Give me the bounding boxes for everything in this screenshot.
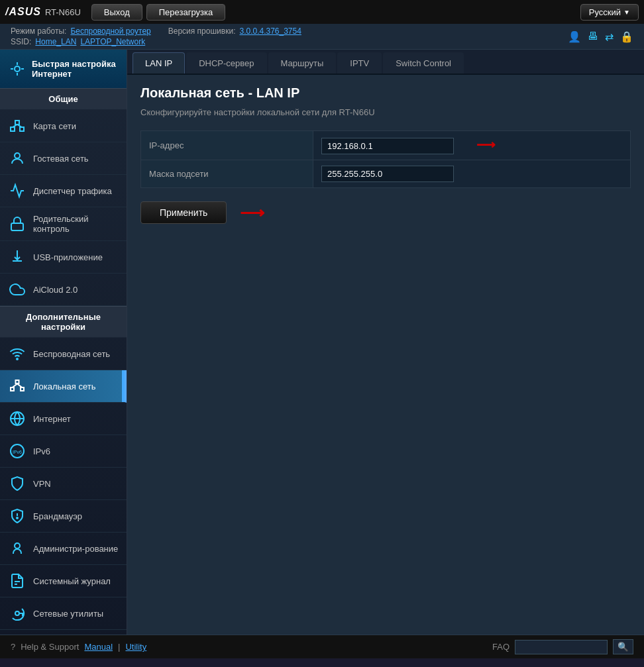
chevron-down-icon: ▼: [623, 9, 630, 16]
quicksetup-label: Быстрая настройка Интернет: [32, 59, 119, 79]
reboot-button[interactable]: Перезагрузка: [146, 4, 225, 21]
page-content: Локальная сеть - LAN IP Сконфигурируйте …: [127, 75, 644, 635]
bottom-bar: ? Help & Support Manual | Utility FAQ 🔍: [0, 635, 644, 658]
table-row: IP-адрес ⟶: [141, 131, 631, 160]
sidebar-item-network-map[interactable]: Карта сети: [0, 110, 127, 142]
apply-arrow-icon: ⟶: [240, 203, 264, 223]
sidebar-item-quicksetup[interactable]: Быстрая настройка Интернет: [0, 50, 127, 88]
sidebar-item-usb[interactable]: USB-приложение: [0, 241, 127, 274]
monitor-icon: 🖶: [588, 30, 598, 43]
sidebar-item-aicloud[interactable]: AiCloud 2.0: [0, 274, 127, 306]
svg-text:IPv6: IPv6: [13, 450, 22, 454]
faq-label: FAQ: [492, 642, 510, 652]
lan-icon: [8, 377, 27, 395]
sidebar-label-lan: Локальная сеть: [33, 382, 95, 391]
model-name: RT-N66U: [45, 7, 81, 17]
sidebar-item-firewall[interactable]: Брандмауэр: [0, 500, 127, 533]
mode-label: Режим работы:: [11, 26, 66, 36]
apply-button[interactable]: Применить: [140, 201, 227, 224]
language-selector[interactable]: Русский ▼: [580, 4, 639, 21]
faq-search-button[interactable]: 🔍: [613, 639, 633, 654]
sidebar-label-syslog: Системный журнал: [33, 576, 111, 586]
admin-icon: [8, 539, 27, 558]
sidebar-item-traffic-manager[interactable]: Диспетчер трафика: [0, 175, 127, 207]
subnet-value-cell: [313, 160, 631, 188]
sidebar: Быстрая настройка Интернет Общие Карта с…: [0, 50, 127, 635]
main-layout: Быстрая настройка Интернет Общие Карта с…: [0, 50, 644, 635]
svg-point-23: [17, 517, 18, 519]
sidebar-label-parental: Родительский контроль: [33, 214, 119, 234]
content-area: LAN IP DHCP-сервер Маршруты IPTV Switch …: [127, 50, 644, 635]
sidebar-label-admin: Администри-рование: [33, 544, 118, 554]
sidebar-label-wireless: Беспроводная сеть: [33, 349, 110, 359]
aicloud-icon: [8, 280, 27, 299]
sidebar-item-syslog[interactable]: Системный журнал: [0, 565, 127, 597]
logo-area: /ASUS RT-N66U: [5, 6, 81, 18]
ssid2-link[interactable]: LAPTOP_Network: [80, 37, 145, 46]
sidebar-label-usb: USB-приложение: [33, 252, 103, 262]
wifi-icon: ⇄: [605, 30, 614, 43]
usb-icon: [8, 248, 27, 266]
sidebar-item-netutils[interactable]: Сетевые утилиты: [0, 597, 127, 630]
svg-rect-13: [11, 387, 14, 391]
top-bar: /ASUS RT-N66U Выход Перезагрузка Русский…: [0, 0, 644, 24]
sidebar-label-traffic: Диспетчер трафика: [33, 186, 112, 196]
netutils-icon: [8, 604, 27, 623]
sidebar-item-ipv6[interactable]: IPv6 IPv6: [0, 435, 127, 468]
firmware-label: Версия прошивки:: [168, 26, 236, 36]
sidebar-label-ipv6: IPv6: [33, 446, 50, 456]
network-map-icon: [8, 117, 27, 135]
tab-iptv[interactable]: IPTV: [337, 52, 382, 74]
sidebar-item-lan[interactable]: Локальная сеть: [0, 370, 127, 403]
subnet-label: Маска подсети: [141, 160, 313, 188]
svg-point-0: [15, 66, 20, 72]
svg-point-24: [15, 543, 20, 548]
info-bar: Режим работы: Беспроводной роутер Версия…: [0, 24, 644, 50]
sidebar-item-vpn[interactable]: VPN: [0, 468, 127, 500]
subnet-mask-input[interactable]: [321, 166, 454, 182]
svg-rect-6: [15, 121, 19, 125]
svg-point-10: [15, 153, 20, 158]
internet-icon: [8, 409, 27, 428]
user-icon: 👤: [568, 30, 581, 43]
ip-label: IP-адрес: [141, 131, 313, 160]
svg-rect-7: [20, 127, 24, 131]
utility-link[interactable]: Utility: [125, 642, 146, 652]
mode-value-link[interactable]: Беспроводной роутер: [70, 26, 150, 36]
sidebar-label-netutils: Сетевые утилиты: [33, 609, 103, 619]
ip-address-input[interactable]: [321, 138, 454, 154]
header-icons: 👤 🖶 ⇄ 🔒: [568, 30, 633, 43]
svg-line-16: [13, 384, 18, 388]
svg-rect-15: [21, 387, 24, 391]
manual-link[interactable]: Manual: [84, 642, 113, 652]
svg-rect-11: [11, 223, 23, 231]
ssid1-link[interactable]: Home_LAN: [35, 37, 76, 46]
sidebar-item-internet[interactable]: Интернет: [0, 403, 127, 435]
sidebar-item-wireless[interactable]: Беспроводная сеть: [0, 338, 127, 370]
svg-point-12: [17, 358, 18, 360]
firmware-value-link[interactable]: 3.0.0.4.376_3754: [239, 26, 301, 36]
tab-routes[interactable]: Маршруты: [268, 52, 337, 74]
apply-row: Применить ⟶: [140, 201, 631, 224]
sidebar-item-admin[interactable]: Администри-рование: [0, 533, 127, 565]
sidebar-advanced-header: Дополнительные настройки: [0, 306, 127, 338]
sidebar-label-aicloud: AiCloud 2.0: [33, 285, 78, 295]
tab-dhcp[interactable]: DHCP-сервер: [186, 52, 266, 74]
ipv6-icon: IPv6: [8, 442, 27, 460]
arrow-icon: ⟶: [476, 136, 496, 152]
sidebar-item-guest-network[interactable]: Гостевая сеть: [0, 142, 127, 175]
parental-icon: [8, 215, 27, 233]
tab-lan-ip[interactable]: LAN IP: [133, 52, 185, 74]
faq-search-input[interactable]: [515, 640, 608, 654]
syslog-icon: [8, 572, 27, 590]
tab-switch[interactable]: Switch Control: [383, 52, 464, 74]
help-label: Help & Support: [21, 642, 79, 652]
logout-button[interactable]: Выход: [91, 4, 142, 21]
lock-icon: 🔒: [620, 30, 633, 43]
sidebar-label-network-map: Карта сети: [33, 121, 76, 131]
svg-point-27: [15, 611, 19, 615]
ssid-label: SSID:: [11, 37, 31, 46]
ip-value-cell: ⟶: [313, 131, 631, 160]
form-table: IP-адрес ⟶ Маска подсети: [140, 130, 631, 188]
sidebar-item-parental[interactable]: Родительский контроль: [0, 207, 127, 241]
